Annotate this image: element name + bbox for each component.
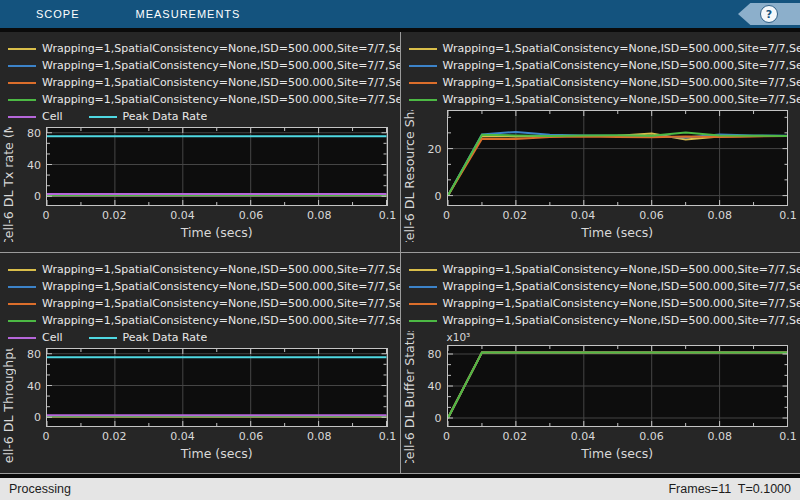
scope-display-area: Wrapping=1,SpatialConsistency=None,ISD=5… — [0, 28, 800, 478]
y-tick-label: 40 — [27, 379, 41, 392]
legend-label: Wrapping=1,SpatialConsistency=None,ISD=5… — [443, 93, 800, 106]
legend-swatch — [409, 320, 437, 322]
legend-swatch — [89, 116, 117, 118]
tab-measurements[interactable]: MEASUREMENTS — [122, 8, 255, 20]
status-bar: Processing Frames=11 T=0.1000 — [0, 478, 800, 500]
x-tick-label: 0.02 — [102, 430, 127, 443]
plot-canvas[interactable]: 04080 — [46, 348, 388, 427]
plot-canvas[interactable]: 04080 — [447, 345, 789, 427]
legend: Wrapping=1,SpatialConsistency=None,ISD=5… — [0, 37, 400, 127]
frame-time-readout: Frames=11 T=0.1000 — [668, 482, 791, 496]
y-tick-label: 0 — [435, 189, 442, 202]
x-tick-label: 0 — [443, 430, 450, 443]
x-tick-label: 0.06 — [639, 430, 664, 443]
plot-canvas[interactable]: 04080 — [46, 127, 388, 206]
legend-swatch — [8, 320, 36, 322]
y-tick-label: 80 — [27, 126, 41, 139]
x-tick-label: 0.08 — [307, 430, 332, 443]
legend: Wrapping=1,SpatialConsistency=None,ISD=5… — [0, 258, 400, 348]
plot-area: Cell-6 DL Throughput 04080 00.020.040.06… — [0, 348, 400, 463]
legend-label: Wrapping=1,SpatialConsistency=None,ISD=5… — [42, 314, 400, 327]
legend-item: Wrapping=1,SpatialConsistency=None,ISD=5… — [8, 91, 400, 108]
y-tick-label: 0 — [435, 412, 442, 425]
plot-grid: Wrapping=1,SpatialConsistency=None,ISD=5… — [0, 32, 800, 474]
plot-column: 04080 00.020.040.060.080.1 Time (secs) — [16, 127, 388, 242]
legend-swatch — [409, 303, 437, 305]
legend-swatch — [8, 116, 36, 118]
legend-label: Wrapping=1,SpatialConsistency=None,ISD=5… — [443, 76, 800, 89]
legend-swatch — [409, 286, 437, 288]
plot-canvas[interactable]: 020 — [447, 110, 789, 206]
tab-scope[interactable]: SCOPE — [22, 8, 94, 20]
legend-swatch — [409, 48, 437, 50]
legend-label: Wrapping=1,SpatialConsistency=None,ISD=5… — [443, 59, 800, 72]
plot-column: 020 00.020.040.060.080.1 Time (secs) — [417, 110, 789, 242]
y-tick-label: 20 — [428, 142, 442, 155]
legend-item: Wrapping=1,SpatialConsistency=None,ISD=5… — [409, 91, 800, 108]
x-tick-label: 0.06 — [239, 209, 264, 222]
legend-item: Wrapping=1,SpatialConsistency=None,ISD=5… — [409, 312, 800, 329]
legend-label: Cell — [42, 110, 63, 123]
x-tick-label: 0 — [443, 209, 450, 222]
x-tick-label: 0.04 — [170, 209, 195, 222]
legend-label: Peak Data Rate — [123, 331, 208, 344]
legend-label: Wrapping=1,SpatialConsistency=None,ISD=5… — [443, 314, 800, 327]
x-tick-label: 0.1 — [379, 430, 397, 443]
y-tick-label: 0 — [34, 190, 41, 203]
legend-item: Wrapping=1,SpatialConsistency=None,ISD=5… — [8, 261, 400, 278]
y-exponent-label: x10³ — [447, 331, 789, 345]
plot-area: Cell-6 DL Buffer Status x10³ 04080 00.02… — [401, 331, 800, 463]
plot-column: x10³ 04080 00.020.040.060.080.1 Time (se… — [417, 331, 789, 463]
legend-swatch — [8, 269, 36, 271]
x-tick-labels: 00.020.040.060.080.1 — [46, 209, 388, 224]
x-tick-label: 0.04 — [571, 430, 596, 443]
legend-swatch — [409, 82, 437, 84]
legend-label: Wrapping=1,SpatialConsistency=None,ISD=5… — [42, 297, 400, 310]
legend-swatch — [409, 269, 437, 271]
x-tick-label: 0.02 — [102, 209, 127, 222]
legend-item: Wrapping=1,SpatialConsistency=None,ISD=5… — [8, 312, 400, 329]
legend-label: Wrapping=1,SpatialConsistency=None,ISD=5… — [42, 59, 400, 72]
x-axis-label: Time (secs) — [447, 446, 789, 463]
legend-swatch — [8, 337, 36, 339]
legend-label: Wrapping=1,SpatialConsistency=None,ISD=5… — [42, 93, 400, 106]
legend-swatch — [8, 286, 36, 288]
status-text: Processing — [9, 482, 71, 496]
help-icon[interactable]: ? — [760, 5, 778, 23]
y-tick-label: 80 — [428, 348, 442, 361]
x-tick-label: 0.08 — [707, 209, 732, 222]
y-axis-label: Cell-6 DL Buffer Status — [401, 331, 417, 463]
legend-label: Wrapping=1,SpatialConsistency=None,ISD=5… — [42, 263, 400, 276]
x-tick-labels: 00.020.040.060.080.1 — [447, 209, 789, 224]
x-tick-label: 0.08 — [307, 209, 332, 222]
x-tick-label: 0.02 — [503, 209, 528, 222]
x-axis-label: Time (secs) — [46, 225, 388, 242]
legend-item: Wrapping=1,SpatialConsistency=None,ISD=5… — [409, 40, 800, 57]
y-tick-label: 0 — [34, 411, 41, 424]
x-tick-label: 0.1 — [379, 209, 397, 222]
legend-item: Wrapping=1,SpatialConsistency=None,ISD=5… — [8, 278, 400, 295]
help-button[interactable]: ? — [738, 3, 800, 25]
legend: Wrapping=1,SpatialConsistency=None,ISD=5… — [401, 37, 800, 110]
legend-item: Cell — [8, 108, 63, 125]
legend-item: Wrapping=1,SpatialConsistency=None,ISD=5… — [409, 278, 800, 295]
x-tick-label: 0.06 — [239, 430, 264, 443]
legend-label: Wrapping=1,SpatialConsistency=None,ISD=5… — [443, 263, 800, 276]
x-tick-labels: 00.020.040.060.080.1 — [447, 430, 789, 445]
plot-area: Cell-6 DL Tx rate (M 04080 00.020.040.06… — [0, 127, 400, 242]
x-tick-labels: 00.020.040.060.080.1 — [46, 430, 388, 445]
x-tick-label: 0 — [43, 430, 50, 443]
x-tick-label: 0.04 — [170, 430, 195, 443]
plot-column: 04080 00.020.040.060.080.1 Time (secs) — [16, 348, 388, 463]
legend-label: Wrapping=1,SpatialConsistency=None,ISD=5… — [443, 280, 800, 293]
y-tick-label: 80 — [27, 347, 41, 360]
legend-item: Peak Data Rate — [89, 329, 208, 346]
y-axis-label: Cell-6 DL Resource Sha — [401, 110, 417, 242]
legend-label: Cell — [42, 331, 63, 344]
legend-item: Wrapping=1,SpatialConsistency=None,ISD=5… — [8, 57, 400, 74]
legend-item: Wrapping=1,SpatialConsistency=None,ISD=5… — [8, 40, 400, 57]
x-tick-label: 0.06 — [639, 209, 664, 222]
y-axis-label: Cell-6 DL Tx rate (M — [0, 127, 16, 242]
legend-item: Wrapping=1,SpatialConsistency=None,ISD=5… — [8, 295, 400, 312]
legend-swatch — [8, 82, 36, 84]
